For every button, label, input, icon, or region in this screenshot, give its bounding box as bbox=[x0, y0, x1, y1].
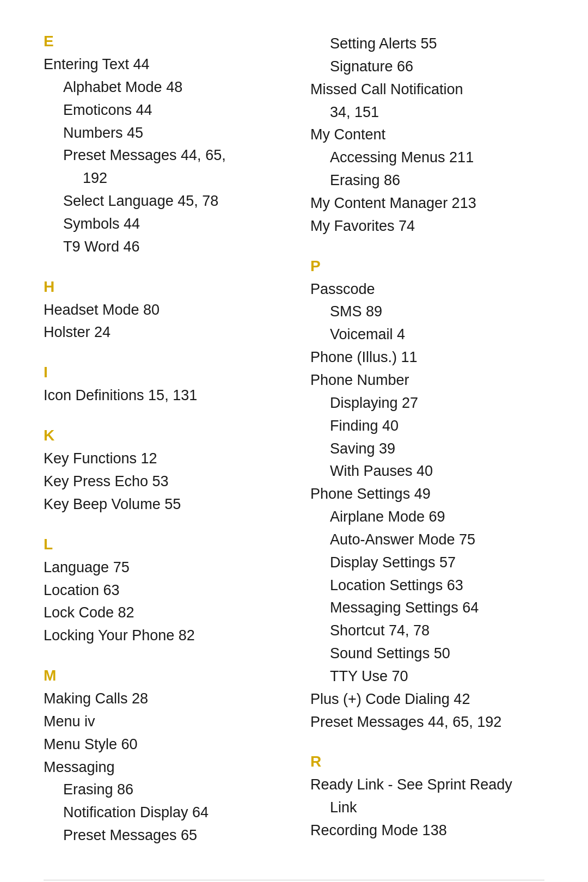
index-entry: Phone (Illus.) 11 bbox=[310, 346, 544, 369]
index-entry: Displaying 27 bbox=[310, 392, 544, 415]
index-entry: Notification Display 64 bbox=[44, 801, 278, 824]
index-entry: 192 bbox=[44, 167, 278, 190]
index-entry: Select Language 45, 78 bbox=[44, 190, 278, 213]
index-entry: Holster 24 bbox=[44, 321, 278, 344]
section-letter-k: K bbox=[44, 427, 278, 444]
index-entry: T9 Word 46 bbox=[44, 236, 278, 259]
index-entry: Language 75 bbox=[44, 556, 278, 579]
index-entry: Recording Mode 138 bbox=[310, 819, 544, 842]
index-entry: Location 63 bbox=[44, 579, 278, 602]
section-letter-i: I bbox=[44, 364, 278, 381]
index-entry: Headset Mode 80 bbox=[44, 299, 278, 322]
index-entry: Messaging Settings 64 bbox=[310, 597, 544, 620]
index-entry: Airplane Mode 69 bbox=[310, 506, 544, 529]
index-entry: Messaging bbox=[44, 756, 278, 779]
index-entry: Preset Messages 44, 65, 192 bbox=[310, 711, 544, 734]
left-column: EEntering Text 44Alphabet Mode 48Emotico… bbox=[44, 33, 278, 847]
index-entry: Sound Settings 50 bbox=[310, 642, 544, 665]
index-entry: Menu Style 60 bbox=[44, 733, 278, 756]
index-entry: Plus (+) Code Dialing 42 bbox=[310, 688, 544, 711]
index-entry: Erasing 86 bbox=[310, 169, 544, 192]
index-entry: My Content Manager 213 bbox=[310, 192, 544, 215]
index-entry: Signature 66 bbox=[310, 56, 544, 78]
footer: 248 Index bbox=[44, 880, 544, 882]
index-entry: TTY Use 70 bbox=[310, 665, 544, 688]
index-entry: Display Settings 57 bbox=[310, 552, 544, 574]
index-entry: Phone Number bbox=[310, 369, 544, 392]
index-entry: Preset Messages 65 bbox=[44, 824, 278, 847]
index-entry: Setting Alerts 55 bbox=[310, 33, 544, 56]
index-entry: Key Beep Volume 55 bbox=[44, 493, 278, 516]
index-entry: Key Functions 12 bbox=[44, 448, 278, 470]
index-entry: Preset Messages 44, 65, bbox=[44, 144, 278, 167]
index-entry: Erasing 86 bbox=[44, 779, 278, 801]
index-entry: Menu iv bbox=[44, 710, 278, 733]
index-entry: Location Settings 63 bbox=[310, 574, 544, 597]
index-entry: Making Calls 28 bbox=[44, 688, 278, 710]
index-entry: My Favorites 74 bbox=[310, 215, 544, 238]
index-entry: Icon Definitions 15, 131 bbox=[44, 384, 278, 407]
index-entry: Lock Code 82 bbox=[44, 602, 278, 624]
index-entry: Auto-Answer Mode 75 bbox=[310, 529, 544, 552]
index-entry: Key Press Echo 53 bbox=[44, 470, 278, 493]
index-entry: Entering Text 44 bbox=[44, 53, 278, 76]
section-letter-l: L bbox=[44, 536, 278, 553]
index-entry: Ready Link - See Sprint Ready bbox=[310, 774, 544, 797]
index-entry: Shortcut 74, 78 bbox=[310, 620, 544, 642]
section-letter-p: P bbox=[310, 258, 544, 275]
index-entry: SMS 89 bbox=[310, 301, 544, 323]
section-letter-m: M bbox=[44, 667, 278, 684]
index-entry: Passcode bbox=[310, 278, 544, 301]
index-entry: Finding 40 bbox=[310, 415, 544, 438]
index-entry: With Pauses 40 bbox=[310, 460, 544, 483]
section-letter-h: H bbox=[44, 278, 278, 296]
index-entry: My Content bbox=[310, 124, 544, 146]
section-letter-r: R bbox=[310, 753, 544, 770]
index-entry: Phone Settings 49 bbox=[310, 483, 544, 506]
index-entry: Symbols 44 bbox=[44, 213, 278, 236]
index-entry: Alphabet Mode 48 bbox=[44, 76, 278, 99]
index-entry: Link bbox=[310, 797, 544, 819]
index-entry: 34, 151 bbox=[310, 101, 544, 124]
index-entry: Locking Your Phone 82 bbox=[44, 624, 278, 647]
index-entry: Emoticons 44 bbox=[44, 99, 278, 122]
index-entry: Voicemail 4 bbox=[310, 323, 544, 346]
index-entry: Missed Call Notification bbox=[310, 78, 544, 101]
index-entry: Saving 39 bbox=[310, 438, 544, 461]
index-entry: Numbers 45 bbox=[44, 122, 278, 145]
right-column: Setting Alerts 55Signature 66Missed Call… bbox=[310, 33, 544, 847]
index-entry: Accessing Menus 211 bbox=[310, 146, 544, 169]
section-letter-e: E bbox=[44, 33, 278, 50]
